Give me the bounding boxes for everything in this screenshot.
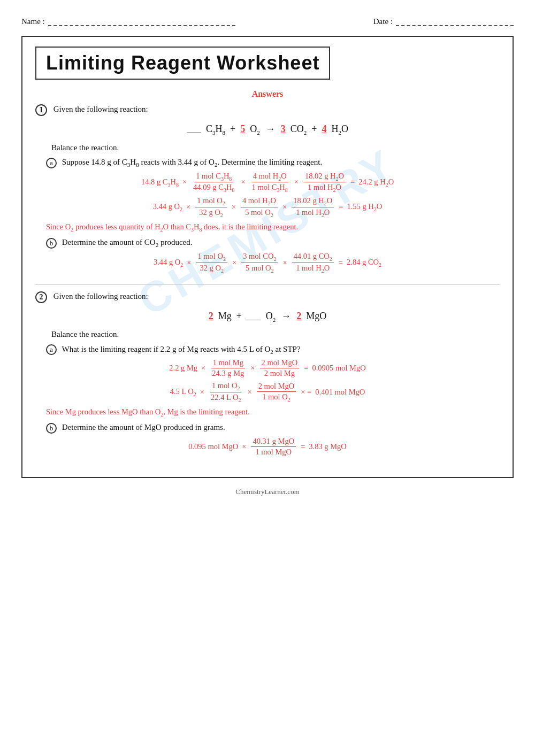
- q1a-c2-start: 3.44 g O2: [153, 202, 182, 212]
- q1-sub-a-text: Suppose 14.8 g of C3H8 reacts with 3.44 …: [62, 158, 322, 166]
- q1b-f1: 1 mol O2 32 g O2: [196, 252, 227, 274]
- q2-c3: 2: [296, 311, 301, 321]
- q1a-c2-result: 1.55 g H2O: [347, 202, 382, 212]
- footer: ChemistryLearner.com: [21, 488, 514, 496]
- name-line: [48, 16, 235, 26]
- q2b-f1: 40.31 g MgO 1 mol MgO: [251, 437, 296, 457]
- q2-label: Given the following reaction:: [54, 292, 148, 300]
- q2-sub-b: b Determine the amount of MgO produced i…: [46, 423, 500, 434]
- q1b-f3: 44.01 g CO2 1 mol H2O: [292, 252, 334, 274]
- q2-sub-b-label: b: [46, 423, 57, 434]
- q2-equation: 2 Mg + ___ O2 → 2 MgO: [35, 311, 500, 323]
- q2-sub-a: a What is the limiting reagent if 2.2 g …: [46, 344, 500, 355]
- q2a-calc2: 4.5 L O2 × 1 mol O2 22.4 L O2 × 2 mol Mg…: [35, 381, 500, 403]
- main-content: Limiting Reagent Worksheet Answers 1 Giv…: [21, 36, 514, 478]
- q1b-start: 3.44 g O2: [154, 258, 183, 268]
- q2b-calc: 0.095 mol MgO × 40.31 g MgO 1 mol MgO = …: [35, 437, 500, 457]
- q1b-f2: 3 mol CO2 5 mol O2: [241, 252, 278, 274]
- date-line: [396, 16, 514, 26]
- q1-plus1: +: [230, 124, 235, 134]
- q2a-c1-result: 0.0905 mol MgO: [312, 364, 365, 373]
- q1-sub-b-label: b: [46, 238, 57, 249]
- q1-number: 1: [35, 104, 47, 116]
- q1-plus2: +: [311, 124, 317, 134]
- q2b-result: 3.83 g MgO: [309, 442, 347, 451]
- header: Name : Date :: [21, 16, 514, 26]
- q2-sub-b-text: Determine the amount of MgO produced in …: [62, 423, 225, 432]
- q1a-conclusion: Since O2 produces less quantity of H2O t…: [46, 222, 489, 233]
- q1-sub-b-text: Determine the amount of CO2 produced.: [62, 238, 193, 246]
- date-label: Date :: [373, 17, 393, 26]
- answers-label: Answers: [35, 89, 500, 99]
- q1-eq-c1: ___: [187, 124, 201, 134]
- q2a-conclusion: Since Mg produces less MgO than O2, Mg i…: [46, 407, 489, 418]
- q1b-calc: 3.44 g O2 × 1 mol O2 32 g O2 × 3 mol CO2…: [35, 252, 500, 274]
- q1b-result: 2.84 g CO2: [347, 258, 381, 268]
- q2-c1: 2: [209, 311, 213, 321]
- q1-balance: Balance the reaction.: [51, 143, 500, 152]
- q1-sub-b: b Determine the amount of CO2 produced.: [46, 238, 500, 249]
- q1a-f6: 18.02 g H2O 1 mol H2O: [292, 196, 334, 218]
- q2-arrow: →: [281, 311, 291, 321]
- q2a-f3: 1 mol O2 22.4 L O2: [209, 381, 242, 403]
- q2-prompt: 2 Given the following reaction:: [35, 291, 500, 303]
- q1-c3: 3: [281, 124, 286, 134]
- name-label: Name :: [21, 17, 45, 26]
- q1a-f2: 4 mol H2O 1 mol C3H8: [250, 172, 289, 194]
- q1-sub-a: a Suppose 14.8 g of C3H8 reacts with 3.4…: [46, 158, 500, 168]
- title-box: Limiting Reagent Worksheet: [35, 47, 330, 80]
- q1-c2: 5: [240, 124, 245, 134]
- q1-c4: 4: [322, 124, 326, 134]
- q2-c2: ___: [247, 311, 261, 321]
- q2-number: 2: [35, 291, 47, 303]
- q1a-c1-result: 24.2 g H2O: [358, 178, 394, 188]
- q1a-f1: 1 mol C3H8 44.09 g C3H8: [192, 172, 236, 194]
- q1a-calc1: 14.8 g C3H8 × 1 mol C3H8 44.09 g C3H8 × …: [35, 172, 500, 194]
- question-1: 1 Given the following reaction: ___ C3H8…: [35, 104, 500, 274]
- question-2: 2 Given the following reaction: 2 Mg + _…: [35, 291, 500, 457]
- q2a-f1: 1 mol Mg 24.3 g Mg: [210, 358, 246, 378]
- q2-sub-a-text: What is the limiting reagent if 2.2 g of…: [62, 345, 300, 353]
- q2-balance: Balance the reaction.: [51, 330, 500, 339]
- q1a-c1-start: 14.8 g C3H8: [141, 178, 179, 188]
- q1-equation: ___ C3H8 + 5 O2 → 3 CO2 + 4 H2O: [35, 124, 500, 136]
- q1a-f3: 18.02 g H2O 1 mol H2O: [303, 172, 346, 194]
- q2-sub-a-label: a: [46, 344, 57, 355]
- q2a-c2-start: 4.5 L O2: [170, 387, 196, 397]
- q2a-c2-result: 0.401 mol MgO: [315, 388, 365, 397]
- q1a-f5: 4 mol H2O 5 mol O2: [241, 196, 278, 218]
- q1-prompt: 1 Given the following reaction:: [35, 104, 500, 116]
- q1-arrow: →: [265, 124, 275, 134]
- q1a-f4: 1 mol O2 32 g O2: [195, 196, 227, 218]
- q2a-c1-start: 2.2 g Mg: [169, 364, 197, 373]
- q2b-start: 0.095 mol MgO: [188, 442, 238, 451]
- q1-label: Given the following reaction:: [54, 105, 148, 113]
- q2-plus1: +: [236, 311, 242, 321]
- q2a-f4: 2 mol MgO 1 mol O2: [257, 382, 296, 403]
- q2a-f2: 2 mol MgO 2 mol Mg: [260, 358, 300, 378]
- q2a-calc1: 2.2 g Mg × 1 mol Mg 24.3 g Mg × 2 mol Mg…: [35, 358, 500, 378]
- q1a-calc2: 3.44 g O2 × 1 mol O2 32 g O2 × 4 mol H2O…: [35, 196, 500, 218]
- q1-sub-a-label: a: [46, 158, 57, 168]
- page-title: Limiting Reagent Worksheet: [46, 52, 319, 74]
